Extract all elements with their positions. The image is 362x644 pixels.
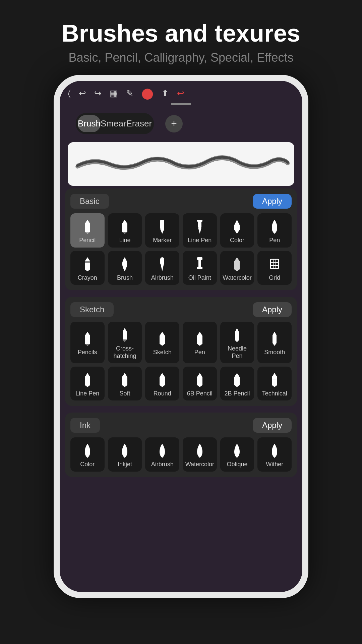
ink-airbrush-icon xyxy=(155,442,170,459)
sketch-label2: Sketch xyxy=(153,349,172,356)
oil-paint-icon xyxy=(192,256,207,272)
brush-line-pen[interactable]: Line Pen xyxy=(183,213,217,248)
svg-rect-18 xyxy=(270,259,279,269)
brush-ink-watercolor[interactable]: Watercolor xyxy=(183,437,217,472)
svg-marker-28 xyxy=(197,332,202,346)
brush-brush[interactable]: Brush xyxy=(108,251,142,285)
svg-marker-31 xyxy=(85,373,90,387)
pen-icon[interactable]: ✎ xyxy=(126,88,133,99)
basic-apply-btn[interactable]: Apply xyxy=(253,194,292,209)
add-tab-button[interactable]: + xyxy=(165,115,183,132)
ink-watercolor-label: Watercolor xyxy=(185,461,214,468)
brush-smooth[interactable]: Smooth xyxy=(257,322,292,363)
brush-sketch[interactable]: Sketch xyxy=(145,322,179,363)
wither-icon xyxy=(267,442,282,459)
basic-section: Basic Apply Pencil xyxy=(65,189,297,290)
brush-oil-paint[interactable]: Oil Paint xyxy=(183,251,217,285)
brush-airbrush[interactable]: Airbrush xyxy=(145,251,179,285)
redo-icon[interactable]: ↪ xyxy=(94,88,102,99)
crayon-label: Crayon xyxy=(78,274,97,282)
brush-ink-airbrush[interactable]: Airbrush xyxy=(145,437,179,472)
line-label: Line xyxy=(119,237,130,244)
brush-wither[interactable]: Wither xyxy=(257,437,292,472)
2b-pencil-icon xyxy=(230,371,244,388)
svg-marker-10 xyxy=(85,257,90,271)
layers-icon[interactable]: ▦ xyxy=(110,88,118,99)
6b-pencil-icon xyxy=(192,371,207,388)
brush-6b-pencil[interactable]: 6B Pencil xyxy=(183,367,217,401)
watercolor-icon xyxy=(230,256,244,272)
brush-technical[interactable]: Technical xyxy=(257,367,292,401)
export-icon[interactable]: ⬆ xyxy=(162,88,169,99)
tab-brush[interactable]: Brush xyxy=(78,115,101,132)
pencil-label: Pencil xyxy=(79,237,96,244)
svg-rect-14 xyxy=(197,257,202,260)
svg-rect-12 xyxy=(160,257,164,265)
crosshatching-label: Cross-hatching xyxy=(110,345,140,360)
svg-marker-9 xyxy=(234,220,240,234)
svg-marker-34 xyxy=(197,373,202,387)
sketch-brush-icon xyxy=(155,330,170,347)
brush-pen[interactable]: Pen xyxy=(257,213,292,248)
round-icon xyxy=(155,371,170,388)
phone-screen: 〈 ↩ ↪ ▦ ✎ ⬤ ⬆ ↩ Brush Smear Eraser + xyxy=(60,81,302,592)
pencils-label: Pencils xyxy=(78,349,97,356)
brush-crayon[interactable]: Crayon xyxy=(70,251,105,285)
brush-line[interactable]: Line xyxy=(108,213,142,248)
brush-grid[interactable]: Grid xyxy=(257,251,292,285)
brush-watercolor[interactable]: Watercolor xyxy=(220,251,254,285)
brush-marker[interactable]: Marker xyxy=(145,213,179,248)
brush-soft[interactable]: Soft xyxy=(108,367,142,401)
sketch-label: Sketch xyxy=(70,302,114,317)
smooth-icon xyxy=(267,330,282,347)
ink-apply-btn[interactable]: Apply xyxy=(253,418,292,433)
svg-marker-32 xyxy=(122,373,127,387)
phone-frame: 〈 ↩ ↪ ▦ ✎ ⬤ ⬆ ↩ Brush Smear Eraser + xyxy=(54,75,308,598)
svg-marker-1 xyxy=(85,232,90,234)
brush-pencil[interactable]: Pencil xyxy=(70,213,105,248)
crosshatching-icon xyxy=(117,326,132,343)
brush-inkjet[interactable]: Inkjet xyxy=(108,437,142,472)
brush-2b-pencil[interactable]: 2B Pencil xyxy=(220,367,254,401)
brush-sketch-pen[interactable]: Pen xyxy=(183,322,217,363)
pencil-icon xyxy=(80,218,95,235)
scroll-area[interactable]: Basic Apply Pencil xyxy=(60,189,302,592)
svg-marker-5 xyxy=(160,229,164,234)
brush-label: Brush xyxy=(117,274,133,282)
ink-watercolor-icon xyxy=(192,442,207,459)
tab-eraser[interactable]: Eraser xyxy=(126,115,152,132)
svg-marker-17 xyxy=(234,257,240,271)
svg-marker-30 xyxy=(273,332,277,346)
more-icon[interactable]: ↩ xyxy=(177,88,184,99)
svg-marker-27 xyxy=(160,332,165,346)
inkjet-icon xyxy=(117,442,132,459)
back-icon[interactable]: 〈 xyxy=(68,88,71,99)
brush-round[interactable]: Round xyxy=(145,367,179,401)
tab-smear[interactable]: Smear xyxy=(101,115,126,132)
undo-icon[interactable]: ↩ xyxy=(79,88,86,99)
svg-marker-26 xyxy=(123,339,127,342)
ink-color-icon xyxy=(80,442,95,459)
line-icon xyxy=(117,218,132,235)
page-header: Brushes and texures Basic, Pencil, Calli… xyxy=(62,0,300,65)
svg-marker-29 xyxy=(235,328,239,342)
brush-needle-pen[interactable]: Needle Pen xyxy=(220,322,254,363)
pen-label: Pen xyxy=(269,237,280,244)
brush-crosshatching[interactable]: Cross-hatching xyxy=(108,322,142,363)
brush-oblique[interactable]: Oblique xyxy=(220,437,254,472)
brush-color[interactable]: Color xyxy=(220,213,254,248)
6b-pencil-label: 6B Pencil xyxy=(187,390,213,397)
airbrush-icon xyxy=(155,256,170,272)
ink-brush-grid: Color Inkjet Airbrush Watercolor xyxy=(70,437,292,472)
sketch-apply-btn[interactable]: Apply xyxy=(253,302,292,317)
brush-line-pen-sketch[interactable]: Line Pen xyxy=(70,367,105,401)
svg-rect-4 xyxy=(160,220,164,229)
sketch-section-header: Sketch Apply xyxy=(70,302,292,317)
brush-pencils[interactable]: Pencils xyxy=(70,322,105,363)
basic-section-header: Basic Apply xyxy=(70,194,292,209)
record-icon[interactable]: ⬤ xyxy=(141,87,154,100)
brush-ink-color[interactable]: Color xyxy=(70,437,105,472)
oblique-icon xyxy=(230,442,244,459)
svg-marker-3 xyxy=(122,232,127,234)
ink-label: Ink xyxy=(70,418,100,433)
